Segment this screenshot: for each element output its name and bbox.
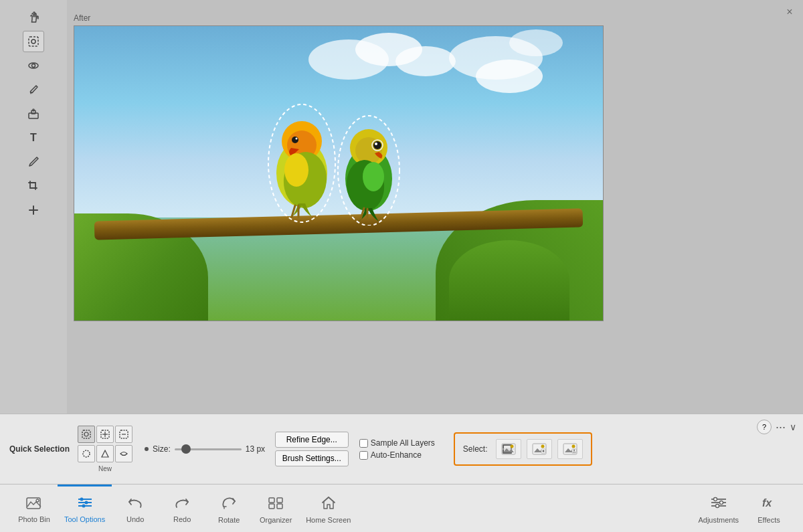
- nav-home-screen-label: Home Screen: [306, 516, 351, 524]
- size-control: Size: 13 px: [145, 444, 267, 454]
- nav-tool-options[interactable]: Tool Options: [58, 484, 112, 532]
- adjustments-icon: [710, 495, 727, 513]
- svg-point-37: [83, 450, 90, 457]
- sub-btn-5[interactable]: [96, 445, 114, 462]
- svg-point-67: [713, 497, 717, 501]
- sub-btn-6[interactable]: [115, 445, 132, 462]
- help-button[interactable]: ?: [757, 420, 772, 434]
- nav-effects-label: Effects: [757, 516, 780, 524]
- svg-point-49: [571, 445, 575, 448]
- checkboxes-group: Sample All Layers Auto-Enhance: [359, 438, 435, 460]
- sub-btn-1[interactable]: [78, 426, 95, 443]
- svg-rect-63: [277, 504, 282, 509]
- text-tool[interactable]: T: [23, 127, 44, 149]
- left-toolbar: T: [0, 0, 67, 414]
- svg-point-23: [375, 143, 377, 145]
- more-button[interactable]: ···: [776, 420, 786, 434]
- nav-adjustments-label: Adjustments: [698, 516, 739, 524]
- cloud: [509, 29, 563, 56]
- nav-rotate[interactable]: Rotate: [205, 484, 252, 532]
- svg-rect-61: [277, 498, 282, 503]
- chevron-button[interactable]: ∨: [790, 422, 796, 432]
- svg-point-59: [82, 504, 85, 507]
- subtract-selection-button[interactable]: [557, 439, 583, 459]
- brush-settings-button[interactable]: Brush Settings...: [275, 450, 349, 466]
- nav-organizer[interactable]: Organizer: [252, 484, 299, 532]
- pencil-tool[interactable]: [23, 151, 44, 173]
- svg-text:fx: fx: [762, 497, 772, 509]
- nav-photo-bin[interactable]: Photo Bin: [11, 484, 58, 532]
- svg-point-57: [80, 497, 83, 501]
- svg-rect-0: [29, 37, 38, 46]
- nav-redo-label: Redo: [173, 515, 191, 523]
- nav-effects[interactable]: fx Effects: [745, 484, 792, 532]
- sub-btn-3[interactable]: [115, 426, 132, 443]
- size-slider[interactable]: [175, 448, 242, 450]
- crop-tool[interactable]: [23, 175, 44, 197]
- hand-tool[interactable]: [23, 7, 44, 28]
- svg-point-15: [284, 153, 308, 187]
- select-section: Select:: [454, 432, 592, 466]
- nav-adjustments[interactable]: Adjustments: [691, 484, 745, 532]
- nav-rotate-label: Rotate: [218, 516, 240, 524]
- tool-sub-buttons: New: [78, 426, 132, 472]
- nav-photo-bin-label: Photo Bin: [18, 515, 50, 523]
- add-tool[interactable]: [23, 199, 44, 221]
- nav-organizer-label: Organizer: [260, 516, 292, 524]
- nav-home-screen[interactable]: Home Screen: [299, 484, 357, 532]
- brush-tool[interactable]: [23, 79, 44, 100]
- effects-icon: fx: [761, 495, 777, 513]
- sample-all-layers-checkbox[interactable]: Sample All Layers: [359, 438, 435, 448]
- canvas-frame[interactable]: [74, 25, 604, 321]
- auto-enhance-checkbox[interactable]: Auto-Enhance: [359, 450, 435, 460]
- sample-all-layers-label: Sample All Layers: [371, 438, 435, 448]
- bottom-nav: Photo Bin Tool Options: [0, 484, 803, 532]
- stamp-tool[interactable]: [23, 103, 44, 124]
- size-dot: [145, 447, 149, 451]
- auto-enhance-input[interactable]: [359, 451, 368, 460]
- rotate-icon: [221, 495, 237, 513]
- svg-point-22: [373, 141, 381, 149]
- svg-point-3: [32, 64, 35, 68]
- svg-point-13: [296, 138, 298, 140]
- size-label: Size:: [153, 444, 171, 454]
- svg-point-68: [719, 501, 723, 504]
- tool-options-icon: [77, 496, 93, 513]
- svg-rect-60: [269, 498, 274, 503]
- svg-point-12: [292, 137, 298, 143]
- svg-point-69: [715, 504, 719, 507]
- svg-point-31: [84, 432, 88, 436]
- svg-point-44: [541, 445, 544, 448]
- svg-point-53: [36, 499, 39, 502]
- refine-section: Refine Edge... Brush Settings...: [275, 432, 349, 466]
- home-screen-icon: [321, 495, 337, 513]
- nav-undo-label: Undo: [126, 515, 144, 523]
- sub-btn-2[interactable]: [96, 426, 114, 443]
- svg-point-1: [31, 39, 35, 43]
- refine-edge-button[interactable]: Refine Edge...: [275, 432, 349, 448]
- svg-rect-62: [269, 504, 274, 509]
- svg-point-58: [84, 501, 88, 504]
- add-selection-button[interactable]: [527, 439, 552, 459]
- undo-icon: [127, 496, 143, 513]
- size-value: 13 px: [246, 444, 267, 454]
- canvas-area: After: [67, 0, 803, 414]
- sample-all-layers-input[interactable]: [359, 439, 368, 448]
- nav-redo[interactable]: Redo: [159, 484, 205, 532]
- svg-marker-38: [102, 450, 108, 457]
- nav-undo[interactable]: Undo: [112, 484, 159, 532]
- photo-bin-icon: [26, 496, 42, 513]
- new-selection-button[interactable]: [496, 439, 521, 459]
- help-row: ? ··· ∨: [757, 420, 796, 434]
- auto-enhance-label: Auto-Enhance: [371, 450, 422, 460]
- tool-options-bar: ? ··· ∨ Quick Selection: [0, 414, 803, 484]
- cloud: [395, 46, 456, 76]
- cloud: [476, 60, 543, 93]
- close-button[interactable]: ×: [783, 5, 796, 19]
- sub-btn-4[interactable]: [78, 445, 95, 462]
- view-tool[interactable]: [23, 55, 44, 76]
- select-label: Select:: [463, 444, 488, 454]
- tool-section-label: Quick Selection: [9, 444, 70, 454]
- foliage-mid: [449, 240, 569, 321]
- selection-tool[interactable]: [23, 31, 44, 52]
